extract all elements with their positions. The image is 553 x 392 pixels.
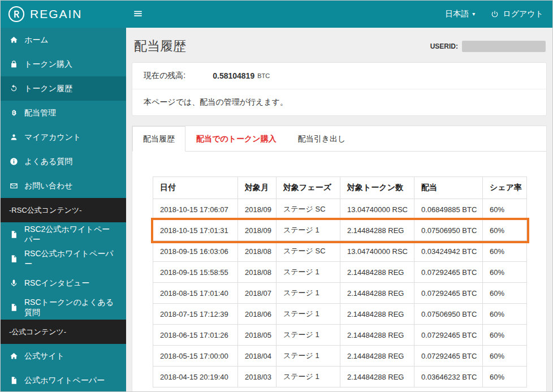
- history-icon: [9, 84, 18, 93]
- table-cell: ステージ 1: [276, 325, 340, 346]
- table-cell: 60%: [483, 346, 527, 367]
- home-icon: [9, 352, 18, 360]
- table-cell: 13.04740000 RSC: [340, 199, 414, 220]
- table-body: 2018-10-15 17:06:072018/09ステージ SC13.0474…: [153, 199, 527, 387]
- table-cell: 2018-06-15 17:01:26: [153, 325, 238, 346]
- tab[interactable]: 配当履歴: [132, 126, 185, 152]
- sidebar-item[interactable]: お問い合わせ: [1, 174, 126, 198]
- table-cell: 2018/09: [238, 220, 276, 241]
- sidebar-item[interactable]: トークン購入: [1, 52, 126, 76]
- sidebar-item[interactable]: RSC2公式ホワイトペーパー: [1, 222, 126, 247]
- sidebar-section-header: -公式コンテンツ-: [1, 320, 126, 344]
- table-cell: 2018-09-15 16:03:06: [153, 241, 238, 262]
- balance-panel: 現在の残高: 0.58104819 BTC 本ページでは、配当の管理が行えます。: [132, 62, 547, 116]
- column-header: 配当: [414, 177, 483, 199]
- sidebar-item-label: 公式サイト: [24, 351, 64, 361]
- sidebar-item-label: トークン購入: [24, 59, 72, 70]
- logout-label: ログアウト: [503, 9, 543, 19]
- table-cell: ステージ SC: [276, 199, 340, 220]
- highlighted-table-row: 2018-10-15 17:01:312018/09ステージ 12.144842…: [153, 220, 527, 241]
- table-row: 2018-06-15 17:01:262018/05ステージ 12.144842…: [153, 325, 527, 346]
- table-cell: 0.03424942 BTC: [414, 241, 483, 262]
- table-cell: 2.14484288 REG: [340, 283, 414, 304]
- sidebar-item-label: RSC2公式ホワイトペーパー: [24, 225, 118, 245]
- sidebar-item[interactable]: RSCインタビュー: [1, 271, 126, 295]
- sidebar-item-label: 公式ホワイトペーパー: [24, 376, 105, 386]
- balance-row: 現在の残高: 0.58104819 BTC: [132, 63, 546, 89]
- column-header: 対象月: [238, 177, 276, 199]
- sidebar-item[interactable]: RSCトークンのよくある質問: [1, 295, 126, 320]
- table-cell: 0.07292465 BTC: [414, 346, 483, 367]
- sidebar-item[interactable]: RSC公式ホワイトペーパー: [1, 247, 126, 271]
- table-cell: 60%: [483, 199, 527, 220]
- table-cell: 60%: [483, 262, 527, 283]
- tab[interactable]: 配当引き出し: [287, 126, 357, 151]
- menu-toggle-button[interactable]: [133, 8, 143, 20]
- table-cell: 2018/09: [238, 199, 276, 220]
- sidebar-item[interactable]: 配当管理: [1, 101, 126, 125]
- table-cell: 2018-05-15 17:00:00: [153, 346, 238, 367]
- table-cell: 2018/06: [238, 304, 276, 325]
- table-cell: ステージ 1: [276, 346, 340, 367]
- table-cell: 0.07292465 BTC: [414, 325, 483, 346]
- sidebar-item-label: よくある質問: [24, 157, 72, 167]
- table-cell: 2.14484288 REG: [340, 304, 414, 325]
- sidebar-item[interactable]: ホーム: [1, 28, 126, 52]
- table-cell: 0.07292465 BTC: [414, 283, 483, 304]
- caret-down-icon: ▾: [472, 11, 475, 17]
- table-cell: ステージ SC: [276, 241, 340, 262]
- brand[interactable]: REGAIN: [1, 6, 126, 23]
- page-header: 配当履歴 USERID:: [126, 28, 552, 62]
- table-cell: 60%: [483, 367, 527, 387]
- table-cell: 2018-10-15 17:06:07: [153, 199, 238, 220]
- table-cell: 13.04740000 RSC: [340, 241, 414, 262]
- table-cell: 2.14484288 REG: [340, 220, 414, 241]
- userid-value-redacted: [462, 41, 546, 52]
- sidebar: ホームトークン購入トークン履歴配当管理マイアカウントよくある質問お問い合わせ-R…: [1, 28, 126, 391]
- sidebar-item-label: マイアカウント: [24, 132, 81, 143]
- sidebar-item[interactable]: マイアカウント: [1, 125, 126, 149]
- sidebar-item[interactable]: 公式ホワイトペーパー: [1, 368, 126, 391]
- table-cell: 2018-04-15 20:19:40: [153, 367, 238, 387]
- table-cell: ステージ 1: [276, 283, 340, 304]
- table-cell: 2.14484288 REG: [340, 325, 414, 346]
- sidebar-item-label: RSCトークンのよくある質問: [24, 298, 118, 318]
- table-cell: 2018/08: [238, 262, 276, 283]
- column-header: 対象トークン数: [340, 177, 414, 199]
- sidebar-section-label: -公式コンテンツ-: [9, 327, 66, 337]
- home-icon: [9, 36, 18, 44]
- tabs: 配当履歴配当でのトークン購入配当引き出し: [132, 126, 546, 152]
- envelope-icon: [9, 182, 18, 190]
- sidebar-item[interactable]: 公式サイト: [1, 344, 126, 368]
- file-icon: [9, 303, 18, 312]
- userid-label: USERID:: [430, 42, 458, 50]
- sidebar-section-label: -RSC公式コンテンツ-: [9, 205, 82, 216]
- logout-button[interactable]: ログアウト: [491, 9, 543, 19]
- table-cell: 2.14484288 REG: [340, 367, 414, 387]
- tab[interactable]: 配当でのトークン購入: [185, 126, 287, 151]
- userid: USERID:: [430, 41, 546, 52]
- language-dropdown[interactable]: 日本語 ▾: [445, 9, 475, 19]
- sidebar-item-label: 配当管理: [24, 108, 56, 118]
- brand-name: REGAIN: [30, 7, 83, 21]
- sidebar-section-header: -RSC公式コンテンツ-: [1, 198, 126, 222]
- power-icon: [491, 10, 499, 18]
- column-header: 日付: [153, 177, 238, 199]
- table-cell: 2018-09-15 15:58:55: [153, 262, 238, 283]
- table-cell: 2.14484288 REG: [340, 262, 414, 283]
- sidebar-item[interactable]: トークン履歴: [1, 76, 126, 101]
- table-cell: ステージ 1: [276, 304, 340, 325]
- table-cell: 60%: [483, 325, 527, 346]
- sidebar-item-label: トークン履歴: [24, 84, 72, 94]
- main-content: 配当履歴 USERID: 現在の残高: 0.58104819 BTC 本ページで…: [126, 28, 552, 391]
- file-icon: [9, 230, 18, 239]
- table-cell: 60%: [483, 220, 527, 241]
- description-row: 本ページでは、配当の管理が行えます。: [132, 89, 546, 115]
- sidebar-item-label: RSCインタビュー: [24, 278, 89, 288]
- table-cell: 2018-07-15 17:12:39: [153, 304, 238, 325]
- lock-icon: [9, 60, 18, 68]
- table-cell: 60%: [483, 241, 527, 262]
- sidebar-item[interactable]: よくある質問: [1, 149, 126, 174]
- info-icon: [9, 157, 18, 166]
- table-cell: 2018/05: [238, 325, 276, 346]
